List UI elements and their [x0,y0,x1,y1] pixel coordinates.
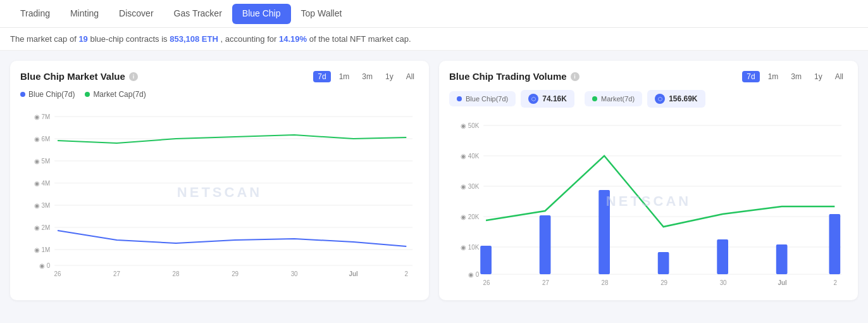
chart-header-mv: Blue Chip Market Value i 7d 1m 3m 1y All [20,71,419,82]
charts-container: Blue Chip Market Value i 7d 1m 3m 1y All… [0,51,868,310]
legend-dot-green-mv [85,92,90,97]
chart-svg-tv: ◉ 50K ◉ 40K ◉ 30K ◉ 20K ◉ 10K ◉ 0 26 27 [449,113,848,290]
svg-text:◉ 0: ◉ 0 [39,262,51,269]
svg-text:◉ 40K: ◉ 40K [461,153,480,160]
time-filters-tv: 7d 1m 3m 1y All [742,71,848,82]
time-btn-3m-tv[interactable]: 3m [786,71,806,82]
svg-text:29: 29 [660,279,667,286]
svg-text:28: 28 [602,279,609,286]
svg-text:27: 27 [113,270,120,277]
svg-text:◉ 30K: ◉ 30K [461,183,480,190]
svg-text:27: 27 [542,279,549,286]
svg-text:◉ 3M: ◉ 3M [34,202,50,209]
svg-rect-40 [776,244,788,274]
chart-svg-mv: ◉ 7M ◉ 6M ◉ 5M ◉ 4M ◉ 3M ◉ 2M ◉ 1M ◉ 0 2… [20,104,419,281]
time-btn-3m-mv[interactable]: 3m [357,71,377,82]
legend-item-bluechip-mv: Blue Chip(7d) [20,90,75,99]
svg-rect-39 [717,239,728,274]
chart-area-mv: NETSCAN ◉ 7M ◉ 6M ◉ 5M ◉ 4M ◉ 3 [20,104,419,281]
time-btn-1m-mv[interactable]: 1m [335,71,354,82]
info-bar: The market cap of 19 blue-chip contracts… [0,28,868,51]
nav-item-top-wallet[interactable]: Top Wallet [291,0,352,28]
svg-rect-38 [658,252,669,274]
svg-rect-41 [829,214,840,274]
svg-text:Jul: Jul [778,279,787,286]
svg-text:◉
           7M: ◉ 7M [34,113,50,120]
svg-text:30: 30 [720,279,727,286]
info-icon-tv[interactable]: i [571,72,580,81]
nav-item-discover[interactable]: Discover [109,0,163,28]
info-icon-mv[interactable]: i [129,72,138,81]
svg-text:26: 26 [54,270,61,277]
legend-dot-green-tv [592,96,597,101]
legend-dot-blue-mv [20,92,25,97]
svg-text:26: 26 [483,279,490,286]
svg-text:◉ 50K: ◉ 50K [461,122,480,129]
svg-text:Jul: Jul [349,270,358,277]
svg-text:◉ 6M: ◉ 6M [34,136,50,142]
trading-volume-chart: Blue Chip Trading Volume i 7d 1m 3m 1y A… [439,61,858,300]
time-btn-all-mv[interactable]: All [402,71,419,82]
svg-text:29: 29 [232,270,239,277]
svg-text:◉ 2M: ◉ 2M [34,224,50,231]
time-btn-7d-mv[interactable]: 7d [313,71,330,82]
legend-dot-blue-tv [457,96,462,101]
svg-text:◉ 10K: ◉ 10K [461,244,480,251]
legend-value-market-tv: Market(7d) ⬡ 156.69K [585,90,705,108]
svg-text:◉ 4M: ◉ 4M [34,180,50,187]
nav-item-blue-chip[interactable]: Blue Chip [232,4,291,24]
time-filters-mv: 7d 1m 3m 1y All [313,71,419,82]
chart-title-mv: Blue Chip Market Value i [20,71,138,82]
market-value-chart: Blue Chip Market Value i 7d 1m 3m 1y All… [10,61,429,300]
time-btn-all-tv[interactable]: All [831,71,848,82]
legend-mv: Blue Chip(7d) Market Cap(7d) [20,90,419,99]
time-btn-1y-tv[interactable]: 1y [810,71,827,82]
svg-text:28: 28 [173,270,180,277]
chart-title-tv: Blue Chip Trading Volume i [449,71,580,82]
eth-icon-green-tv: ⬡ [655,94,665,104]
nav-item-gas-tracker[interactable]: Gas Tracker [164,0,232,28]
legend-tv: Blue Chip(7d) ⬡ 74.16K Market(7d) ⬡ 156.… [449,90,848,108]
svg-rect-37 [598,190,610,274]
legend-valuebox-blue-tv: ⬡ 74.16K [521,90,574,108]
legend-value-bluechip-tv: Blue Chip(7d) ⬡ 74.16K [449,90,574,108]
time-btn-7d-tv[interactable]: 7d [742,71,759,82]
nav-item-trading[interactable]: Trading [10,0,60,28]
eth-icon-blue-tv: ⬡ [528,94,538,104]
time-btn-1y-mv[interactable]: 1y [381,71,398,82]
svg-rect-36 [540,215,551,274]
chart-area-tv: NETSCAN ◉ 50K ◉ 40K ◉ 30K ◉ 20K ◉ 10K ◉ … [449,113,848,290]
time-btn-1m-tv[interactable]: 1m [764,71,783,82]
nav-item-minting[interactable]: Minting [60,0,109,28]
svg-rect-35 [480,246,492,274]
svg-text:2: 2 [834,279,838,286]
svg-text:2: 2 [405,270,409,277]
legend-box-green-tv: Market(7d) [585,91,642,106]
legend-valuebox-green-tv: ⬡ 156.69K [647,90,705,108]
svg-text:◉ 1M: ◉ 1M [34,246,50,253]
chart-header-tv: Blue Chip Trading Volume i 7d 1m 3m 1y A… [449,71,848,82]
svg-text:◉ 20K: ◉ 20K [461,213,480,220]
svg-text:30: 30 [291,270,298,277]
legend-box-blue-tv: Blue Chip(7d) [449,91,516,106]
svg-text:◉ 5M: ◉ 5M [34,158,50,165]
svg-text:◉ 0: ◉ 0 [468,271,480,278]
nav-bar: Trading Minting Discover Gas Tracker Blu… [0,0,868,28]
legend-item-marketcap-mv: Market Cap(7d) [85,90,146,99]
